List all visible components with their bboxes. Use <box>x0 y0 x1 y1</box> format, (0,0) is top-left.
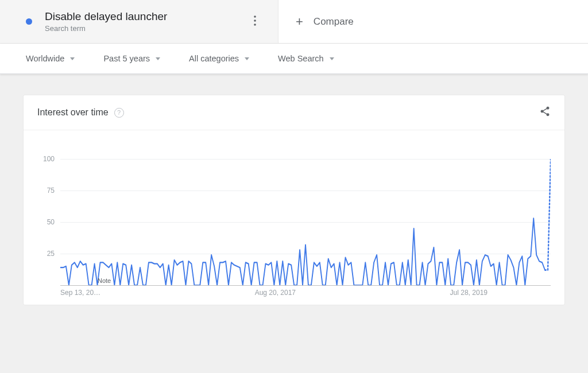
filter-search-type[interactable]: Web Search <box>278 54 334 63</box>
plus-icon: + <box>296 14 303 29</box>
svg-point-2 <box>254 24 256 26</box>
chevron-down-icon <box>330 57 334 60</box>
term-title: Disable delayed launcher <box>45 10 249 23</box>
series-color-dot <box>26 18 32 25</box>
filter-time[interactable]: Past 5 years <box>103 54 160 63</box>
filter-time-label: Past 5 years <box>103 54 150 63</box>
compare-label: Compare <box>314 16 354 28</box>
x-tick: Aug 20, 2017 <box>255 289 296 297</box>
chevron-down-icon <box>156 57 160 60</box>
y-tick: 50 <box>37 218 55 226</box>
svg-point-0 <box>254 15 256 18</box>
x-tick: Jul 28, 2019 <box>450 289 488 297</box>
more-options-icon[interactable] <box>249 11 261 33</box>
help-icon[interactable]: ? <box>114 108 124 118</box>
chart-title: Interest over time <box>37 107 109 118</box>
x-tick: Sep 13, 20… <box>60 289 100 297</box>
search-term-card[interactable]: Disable delayed launcher Search term <box>0 0 278 43</box>
compare-button[interactable]: + Compare <box>278 0 588 43</box>
x-axis-labels: Sep 13, 20… Aug 20, 2017 Jul 28, 2019 <box>60 289 551 297</box>
interest-chart-card: Interest over time ? 100 75 50 25 Note S… <box>23 95 565 305</box>
filter-search-type-label: Web Search <box>278 54 324 63</box>
y-tick: 25 <box>37 250 55 258</box>
line-chart-svg <box>60 159 551 285</box>
filter-category-label: All categories <box>189 54 239 63</box>
filter-region[interactable]: Worldwide <box>26 54 75 63</box>
chevron-down-icon <box>70 57 75 60</box>
term-subtitle: Search term <box>45 24 249 33</box>
y-tick: 75 <box>37 187 55 195</box>
filter-region-label: Worldwide <box>26 54 64 63</box>
svg-point-1 <box>254 20 256 22</box>
filter-category[interactable]: All categories <box>189 54 249 63</box>
filters-bar: Worldwide Past 5 years All categories We… <box>0 44 588 74</box>
chart-plot-area: 100 75 50 25 Note <box>60 159 551 285</box>
chevron-down-icon <box>245 57 249 60</box>
y-tick: 100 <box>37 155 55 163</box>
chart-note: Note <box>98 277 111 284</box>
share-icon[interactable] <box>539 106 551 119</box>
